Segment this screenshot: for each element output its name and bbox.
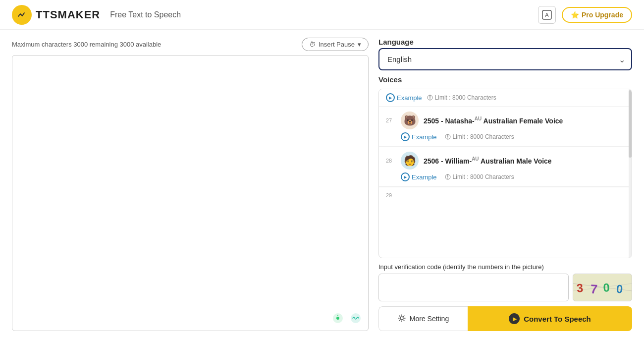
example-button-natasha[interactable]: ▶ Example — [401, 132, 437, 141]
language-select-wrapper: English Chinese Spanish French German Ja… — [378, 48, 632, 70]
textarea-icons — [331, 311, 363, 325]
header: TTSMAKER Free Text to Speech A ⭐ Pro Upg… — [0, 0, 644, 30]
limit-william: Limit : 8000 Characters — [445, 173, 514, 180]
limit-text-top: Limit : 8000 Characters — [427, 94, 496, 101]
example-play-icon[interactable]: ▶ Example — [386, 93, 422, 102]
bottom-buttons: More Setting ▶ Convert To Speech — [378, 306, 632, 331]
verification-section: Input verification code (identify the nu… — [378, 263, 632, 301]
right-panel: Language English Chinese Spanish French … — [378, 38, 632, 331]
limit-natasha: Limit : 8000 Characters — [445, 133, 514, 140]
header-right: A ⭐ Pro Upgrade — [538, 6, 632, 24]
svg-point-16 — [400, 317, 403, 320]
chevron-down-icon: ▾ — [358, 41, 361, 48]
voices-list: ▶ Example Limit : 8000 Characters 27 🐻 2… — [378, 89, 632, 258]
insert-pause-button[interactable]: ⏱ Insert Pause ▾ — [302, 38, 369, 51]
pro-icon: ⭐ — [571, 11, 579, 19]
scrollbar-thumb — [629, 90, 632, 158]
play-icon-william: ▶ — [401, 172, 410, 181]
pro-upgrade-label: Pro Upgrade — [582, 11, 623, 19]
pro-upgrade-button[interactable]: ⭐ Pro Upgrade — [562, 7, 632, 23]
voice-avatar-natasha: 🐻 — [401, 112, 419, 129]
language-select[interactable]: English Chinese Spanish French German Ja… — [378, 48, 632, 70]
voice-name-william: 2506 - William-AU Australian Male Voice — [424, 156, 552, 165]
header-left: TTSMAKER Free Text to Speech — [12, 5, 181, 25]
waveform-icon[interactable] — [349, 311, 363, 325]
play-triangle-icon: ▶ — [513, 316, 517, 322]
voice-avatar-william: 🧑 — [401, 152, 419, 170]
translate-button[interactable]: A — [538, 6, 556, 24]
insert-pause-label: Insert Pause — [319, 41, 355, 48]
more-setting-label: More Setting — [410, 315, 449, 323]
svg-text:0: 0 — [616, 282, 623, 296]
voice-num-27: 27 — [386, 117, 396, 123]
more-setting-button[interactable]: More Setting — [378, 306, 468, 331]
textarea-container — [12, 55, 369, 331]
convert-label: Convert To Speech — [524, 315, 591, 323]
svg-text:3: 3 — [576, 282, 584, 295]
verification-row: 3 7 0 0 — [378, 274, 632, 301]
svg-text:A: A — [545, 12, 549, 18]
voice-card-bottom-partial: 29 — [379, 187, 632, 198]
svg-text:7: 7 — [590, 282, 598, 296]
verification-input[interactable] — [378, 274, 569, 301]
logo-text: TTSMAKER — [36, 8, 100, 21]
text-input[interactable] — [12, 55, 369, 331]
voice-card-natasha[interactable]: 27 🐻 2505 - Natasha-AU Australian Female… — [379, 107, 632, 147]
mic-icon[interactable] — [331, 311, 345, 325]
convert-to-speech-button[interactable]: ▶ Convert To Speech — [468, 306, 632, 331]
voice-actions-natasha: ▶ Example Limit : 8000 Characters — [386, 132, 625, 141]
verification-label: Input verification code (identify the nu… — [378, 263, 632, 271]
voice-card-william[interactable]: 28 🧑 2506 - William-AU Australian Male V… — [379, 147, 632, 187]
char-info-row: Maximum characters 3000 remaining 3000 a… — [12, 38, 369, 51]
svg-point-5 — [351, 313, 361, 323]
play-circle-icon: ▶ — [509, 313, 520, 324]
settings-icon — [398, 314, 406, 324]
voice-card-header-natasha: 27 🐻 2505 - Natasha-AU Australian Female… — [386, 112, 625, 129]
language-section: Language English Chinese Spanish French … — [378, 38, 632, 70]
svg-point-4 — [336, 317, 339, 320]
play-icon-natasha: ▶ — [401, 132, 410, 141]
voice-actions-william: ▶ Example Limit : 8000 Characters — [386, 172, 625, 181]
clock-icon: ⏱ — [309, 41, 316, 48]
voice-card-header-william: 28 🧑 2506 - William-AU Australian Male V… — [386, 152, 625, 170]
captcha-image: 3 7 0 0 — [573, 274, 632, 301]
example-button-william[interactable]: ▶ Example — [401, 172, 437, 181]
voices-label: Voices — [378, 75, 632, 84]
logo-container: TTSMAKER — [12, 5, 100, 25]
voice-card-top-partial[interactable]: ▶ Example Limit : 8000 Characters — [379, 89, 632, 107]
scrollbar[interactable] — [629, 89, 632, 258]
voice-num-28: 28 — [386, 158, 396, 164]
left-panel: Maximum characters 3000 remaining 3000 a… — [12, 38, 369, 331]
tagline: Free Text to Speech — [110, 10, 181, 19]
main-content: Maximum characters 3000 remaining 3000 a… — [0, 30, 644, 339]
svg-text:0: 0 — [603, 281, 610, 294]
logo-icon — [12, 5, 32, 25]
voice-name-natasha: 2505 - Natasha-AU Australian Female Voic… — [424, 116, 563, 125]
language-label: Language — [378, 38, 632, 46]
char-info: Maximum characters 3000 remaining 3000 a… — [12, 41, 161, 48]
